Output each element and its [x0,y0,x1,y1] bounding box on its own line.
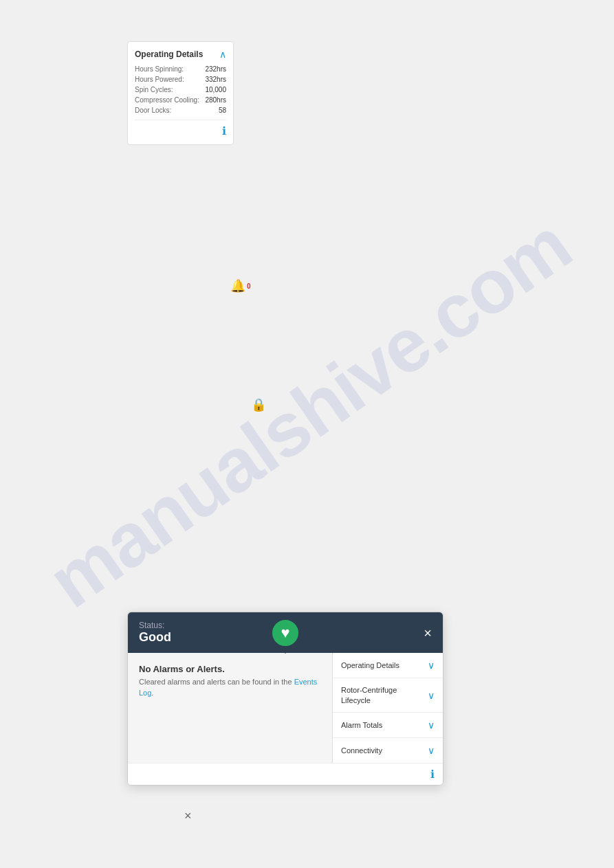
card-footer: ℹ [135,120,226,137]
accordion-item-rotor-lifecycle[interactable]: Rotor-Centrifuge Lifecycle∨ [333,678,443,713]
status-label: Status: [139,621,171,630]
detail-row: Hours Spinning:232hrs [135,65,226,73]
operating-details-top-card: Operating Details ∧ Hours Spinning:232hr… [127,41,234,145]
bottom-panel: Status: Good ♥ × No Alarms or Alerts. Cl… [127,612,443,786]
watermark-text: manualshive.com [33,201,586,624]
detail-row: Spin Cycles:10,000 [135,86,226,93]
accordion-section: Operating Details∨Rotor-Centrifuge Lifec… [333,653,443,763]
accordion-label: Connectivity [341,746,382,755]
badge-number: 0 [247,282,251,290]
alert-badge[interactable]: 🔔 0 [230,278,251,293]
detail-value: 280hrs [205,96,226,104]
no-alarms-desc-end: . [151,689,153,697]
detail-value: 58 [219,107,226,114]
detail-label: Compressor Cooling: [135,96,199,104]
status-header: Status: Good ♥ × [128,612,443,653]
no-alarms-desc-text: Cleared alarms and alerts can be found i… [139,678,294,686]
chevron-up-icon[interactable]: ∧ [219,49,226,60]
detail-label: Door Locks: [135,107,171,114]
accordion-item-operating-details[interactable]: Operating Details∨ [333,653,443,678]
accordion-chevron-icon: ∨ [428,660,435,671]
panel-footer: ℹ [128,763,443,785]
accordion-label: Operating Details [341,660,399,670]
status-value: Good [139,630,171,645]
accordion-label: Rotor-Centrifuge Lifecycle [341,685,428,705]
panel-close-button[interactable]: × [424,625,432,641]
no-alarms-title: No Alarms or Alerts. [139,664,321,674]
accordion-label: Alarm Totals [341,720,382,730]
detail-row: Hours Powered:332hrs [135,76,226,83]
no-alarms-description: Cleared alarms and alerts can be found i… [139,677,321,698]
detail-label: Hours Powered: [135,76,184,83]
accordion-chevron-icon: ∨ [428,690,435,701]
caret-decoration [278,647,292,654]
detail-label: Hours Spinning: [135,65,184,73]
detail-row: Door Locks:58 [135,107,226,114]
accordion-chevron-icon: ∨ [428,745,435,756]
detail-value: 332hrs [205,76,226,83]
lock-icon-area: 🔒 [251,397,266,412]
accordion-item-connectivity[interactable]: Connectivity∨ [333,738,443,763]
detail-row: Compressor Cooling:280hrs [135,96,226,104]
accordion-chevron-icon: ∨ [428,720,435,731]
status-check-icon: ♥ [270,618,300,648]
detail-value: 10,000 [205,86,226,93]
check-heart-icon: ♥ [281,624,289,642]
alarms-section: No Alarms or Alerts. Cleared alarms and … [128,653,333,763]
detail-label: Spin Cycles: [135,86,173,93]
panel-body: No Alarms or Alerts. Cleared alarms and … [128,653,443,763]
detail-rows: Hours Spinning:232hrsHours Powered:332hr… [135,65,226,114]
info-icon[interactable]: ℹ [222,124,226,137]
bell-icon: 🔔 [230,278,245,293]
watermark: manualshive.com [103,206,516,619]
card-title: Operating Details [135,49,203,59]
accordion-item-alarm-totals[interactable]: Alarm Totals∨ [333,713,443,738]
status-text-group: Status: Good [139,621,171,645]
bottom-close-button[interactable]: × [184,809,192,823]
alert-icon-area: 🔔 0 [230,278,251,293]
panel-info-icon[interactable]: ℹ [430,768,435,781]
lock-icon: 🔒 [251,398,266,412]
detail-value: 232hrs [205,65,226,73]
card-header: Operating Details ∧ [135,49,226,60]
